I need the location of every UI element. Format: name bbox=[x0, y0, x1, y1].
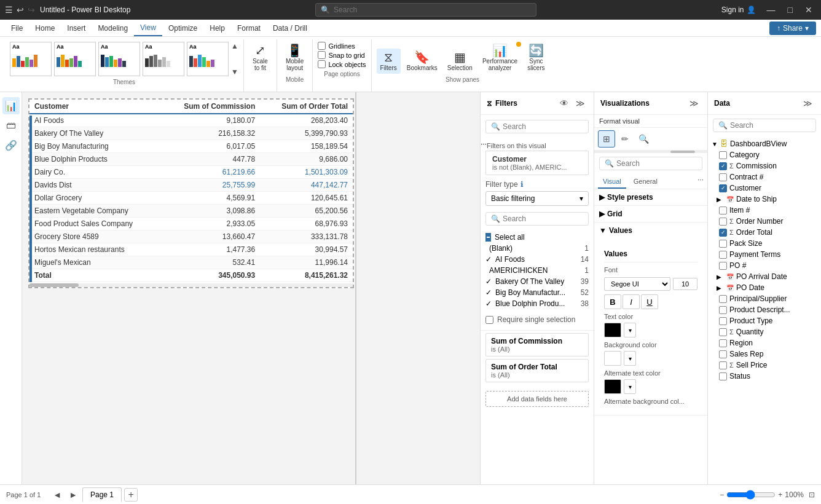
filter-values-search-input[interactable] bbox=[503, 215, 583, 223]
title-search-box[interactable]: 🔍 bbox=[315, 3, 536, 17]
zoom-slider[interactable] bbox=[726, 490, 776, 500]
add-page-button[interactable]: + bbox=[124, 488, 138, 502]
sell-price-checkbox[interactable] bbox=[719, 361, 727, 369]
share-button[interactable]: ↑ Share ▾ bbox=[769, 22, 816, 35]
font-size-input[interactable] bbox=[673, 278, 697, 290]
theme-3[interactable]: Aa bbox=[98, 42, 140, 76]
themes-scroll-up-btn[interactable]: ▲ bbox=[231, 42, 238, 50]
menu-data-drill[interactable]: Data / Drill bbox=[267, 20, 313, 36]
quantity-checkbox[interactable] bbox=[719, 328, 727, 336]
order-number-checkbox[interactable] bbox=[719, 218, 727, 226]
performance-analyzer-button[interactable]: 📊 Performanceanalyzer bbox=[479, 42, 521, 74]
mobile-layout-button[interactable]: 📱 Mobilelayout bbox=[282, 42, 307, 74]
theme-5[interactable]: Aa bbox=[187, 42, 229, 76]
bg-color-dropdown-btn[interactable]: ▾ bbox=[624, 351, 636, 366]
underline-button[interactable]: U bbox=[641, 294, 658, 309]
data-item-category[interactable]: Category bbox=[715, 149, 821, 160]
report-view-icon[interactable]: 📊 bbox=[2, 97, 20, 114]
menu-optimize[interactable]: Optimize bbox=[162, 20, 203, 36]
filters-expand-icon[interactable]: ≫ bbox=[573, 97, 587, 109]
snap-check[interactable]: Snap to grid bbox=[318, 51, 366, 59]
data-item-sales-rep[interactable]: Sales Rep bbox=[715, 348, 821, 360]
bold-button[interactable]: B bbox=[604, 294, 621, 309]
redo-icon[interactable]: ↪ bbox=[28, 5, 35, 15]
data-item-product-type[interactable]: Product Type bbox=[715, 315, 821, 326]
pack-size-checkbox[interactable] bbox=[719, 240, 727, 248]
principal-checkbox[interactable] bbox=[719, 295, 727, 303]
menu-file[interactable]: File bbox=[5, 20, 29, 36]
data-item-item-number[interactable]: Item # bbox=[715, 205, 821, 216]
fit-page-icon[interactable]: ⊡ bbox=[809, 490, 815, 499]
sales-rep-checkbox[interactable] bbox=[719, 350, 727, 358]
data-search-input[interactable] bbox=[730, 121, 811, 130]
data-item-date-to-ship[interactable]: ▶ 📅 Date to Ship bbox=[715, 194, 821, 205]
status-checkbox[interactable] bbox=[719, 372, 727, 380]
commission-filter-item[interactable]: Sum of Commission is (All) bbox=[485, 333, 589, 356]
contract-checkbox[interactable] bbox=[719, 173, 727, 181]
filter-value-blank[interactable]: (Blank) 1 bbox=[485, 243, 589, 254]
filter-value-bakery[interactable]: ✓ Bakery Of The Valley 39 bbox=[485, 276, 589, 287]
app-menu-icon[interactable]: ☰ bbox=[5, 5, 13, 15]
viz-search-box[interactable]: 🔍 bbox=[599, 157, 702, 170]
menu-view[interactable]: View bbox=[134, 20, 162, 36]
lock-check[interactable]: Lock objects bbox=[318, 60, 366, 68]
bookmarks-button[interactable]: 🔖 Bookmarks bbox=[403, 49, 441, 74]
data-item-po-arrival-date[interactable]: ▶ 📅 PO Arrival Date bbox=[715, 271, 821, 282]
data-item-sell-price[interactable]: Σ Sell Price bbox=[715, 360, 821, 371]
table-visual[interactable]: Customer Sum of Commission Sum of Order … bbox=[28, 98, 354, 288]
alt-text-color-swatch[interactable] bbox=[604, 379, 621, 394]
menu-format[interactable]: Format bbox=[231, 20, 267, 36]
filters-eye-icon[interactable]: 👁 bbox=[557, 97, 571, 109]
data-view-icon[interactable]: 🗃 bbox=[2, 117, 20, 134]
page-next-btn[interactable]: ► bbox=[66, 489, 80, 501]
viz-expand-icon[interactable]: ≫ bbox=[687, 97, 701, 109]
data-item-principal[interactable]: Principal/Supplier bbox=[715, 293, 821, 304]
model-view-icon[interactable]: 🔗 bbox=[2, 136, 20, 154]
theme-1[interactable]: Aa bbox=[10, 42, 52, 76]
menu-modeling[interactable]: Modeling bbox=[92, 20, 134, 36]
tab-more-icon[interactable]: ··· bbox=[697, 175, 704, 189]
table-viz-icon[interactable]: ⊞ bbox=[598, 130, 615, 148]
values-header[interactable]: ▼ Values bbox=[594, 222, 707, 238]
menu-insert[interactable]: Insert bbox=[61, 20, 92, 36]
customer-checkbox[interactable]: ✓ bbox=[719, 184, 727, 192]
tab-general[interactable]: General bbox=[629, 175, 662, 189]
minimize-button[interactable]: — bbox=[763, 4, 779, 16]
data-tree-root[interactable]: ▼ 🗄 DashboardBView bbox=[708, 138, 821, 149]
filter-type-help-icon[interactable]: ℹ bbox=[520, 180, 524, 189]
italic-button[interactable]: I bbox=[623, 294, 640, 309]
ai-foods-checkbox[interactable]: ✓ bbox=[485, 255, 492, 264]
selection-button[interactable]: ▦ Selection bbox=[444, 49, 476, 74]
data-item-po-number[interactable]: PO # bbox=[715, 260, 821, 271]
alt-text-color-dropdown-btn[interactable]: ▾ bbox=[624, 379, 636, 394]
menu-home[interactable]: Home bbox=[29, 20, 61, 36]
filter-type-dropdown[interactable]: Basic filtering ▾ bbox=[485, 191, 589, 206]
gridlines-check[interactable]: Gridlines bbox=[318, 42, 366, 50]
data-item-order-total[interactable]: ✓ Σ Order Total bbox=[715, 227, 821, 238]
require-single-checkbox[interactable] bbox=[485, 316, 493, 324]
themes-scroll-down-btn[interactable]: ▼ bbox=[231, 68, 238, 76]
h-scrollbar-thumb[interactable] bbox=[29, 283, 79, 287]
filters-search-box[interactable]: 🔍 bbox=[485, 120, 589, 133]
data-item-region[interactable]: Region bbox=[715, 337, 821, 348]
commission-checkbox[interactable]: ✓ bbox=[719, 162, 727, 170]
bakery-checkbox[interactable]: ✓ bbox=[485, 277, 492, 286]
filter-value-bigboy[interactable]: ✓ Big Boy Manufactur... 52 bbox=[485, 287, 589, 298]
data-item-customer[interactable]: ✓ Customer bbox=[715, 183, 821, 194]
text-color-swatch[interactable] bbox=[604, 323, 621, 337]
zoom-plus-icon[interactable]: + bbox=[778, 490, 782, 499]
filters-more-icon[interactable]: ··· bbox=[481, 140, 589, 148]
order-total-filter-item[interactable]: Sum of Order Total is (All) bbox=[485, 359, 589, 382]
product-type-checkbox[interactable] bbox=[719, 317, 727, 325]
filter-value-bluedolphin[interactable]: ✓ Blue Dolphin Produ... 38 bbox=[485, 298, 589, 309]
page-1-tab[interactable]: Page 1 bbox=[82, 487, 122, 502]
title-search-input[interactable] bbox=[334, 6, 531, 14]
bg-color-swatch[interactable] bbox=[604, 351, 621, 366]
data-item-payment-terms[interactable]: Payment Terms bbox=[715, 249, 821, 260]
grid-header[interactable]: ▶ Grid bbox=[594, 206, 707, 222]
undo-icon[interactable]: ↩ bbox=[17, 5, 24, 15]
data-item-pack-size[interactable]: Pack Size bbox=[715, 238, 821, 249]
data-item-commission[interactable]: ✓ Σ Commission bbox=[715, 160, 821, 171]
theme-4[interactable]: Aa bbox=[143, 42, 184, 76]
chart-viz-icon[interactable]: ✏ bbox=[616, 130, 634, 148]
